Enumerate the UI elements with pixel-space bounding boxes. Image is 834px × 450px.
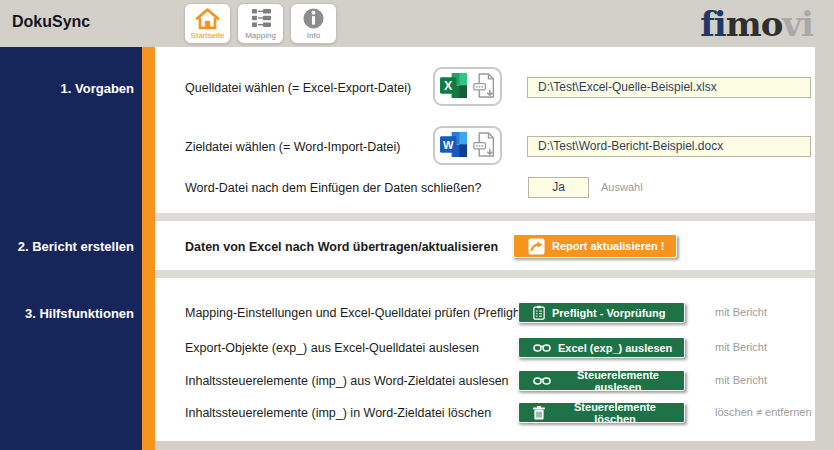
info-icon — [302, 6, 325, 30]
read-excel-button[interactable]: Excel (exp_) auslesen — [518, 337, 685, 358]
file-open-icon — [473, 72, 496, 102]
nav-label: Startseite — [191, 30, 225, 41]
read-controls-button-label: Steuerelemente auslesen — [558, 369, 678, 393]
report-update-button[interactable]: Report aktualisieren ! — [513, 234, 677, 258]
preflight-button[interactable]: Preflight - Vorprüfung — [518, 302, 685, 323]
glasses-icon — [533, 376, 551, 386]
excel-file-picker-button[interactable]: X — [433, 67, 502, 106]
section-divider — [155, 213, 815, 221]
sidebar-section-vorgaben: 1. Vorgaben — [0, 81, 134, 96]
preflight-button-label: Preflight - Vorprüfung — [552, 307, 665, 319]
nav-mapping-button[interactable]: Mapping — [237, 3, 284, 44]
read-controls-button[interactable]: Steuerelemente auslesen — [518, 370, 685, 391]
word-logo-icon: W — [440, 131, 469, 161]
trash-icon — [533, 406, 545, 420]
close-word-label: Word-Datei nach dem Einfügen der Daten s… — [185, 181, 481, 195]
transfer-label: Daten von Excel nach Word übertragen/akt… — [185, 240, 498, 254]
delete-controls-label: Inhaltssteuerelemente (imp_) in Word-Zie… — [185, 406, 491, 420]
excel-logo-icon: X — [440, 72, 469, 102]
nav-label: Info — [307, 30, 320, 41]
read-excel-button-label: Excel (exp_) auslesen — [558, 342, 672, 354]
delete-controls-button[interactable]: Steuerelemente löschen — [518, 402, 685, 423]
preflight-label: Mapping-Einstellungen und Excel-Quelldat… — [185, 306, 528, 320]
target-path-field[interactable]: D:\Test\Word-Bericht-Beispiel.docx — [527, 136, 811, 157]
sidebar-accent-stripe — [142, 47, 155, 450]
app-title: DokuSync — [12, 13, 90, 31]
read-excel-label: Export-Objekte (exp_) aus Excel-Quelldat… — [185, 341, 479, 355]
file-open-icon — [473, 131, 496, 161]
read-controls-label: Inhaltssteuerelemente (imp_) aus Word-Zi… — [185, 374, 509, 388]
svg-text:W: W — [442, 138, 453, 150]
sidebar-section-bericht: 2. Bericht erstellen — [0, 239, 134, 254]
read-controls-hint: mit Bericht — [715, 374, 767, 386]
source-file-label: Quelldatei wählen (= Excel-Export-Datei) — [185, 81, 411, 95]
fimovi-logo: fimovi — [700, 4, 813, 44]
mapping-icon — [249, 6, 273, 30]
source-path-field[interactable]: D:\Test\Excel-Quelle-Beispiel.xlsx — [527, 77, 811, 98]
clipboard-icon — [533, 305, 545, 320]
export-arrow-icon — [528, 238, 545, 255]
nav-info-button[interactable]: Info — [290, 3, 337, 44]
delete-controls-hint: löschen ≠ entfernen — [715, 406, 812, 418]
preflight-hint: mit Bericht — [715, 306, 767, 318]
dokusync-window: DokuSync Startseite — [0, 0, 834, 450]
nav-label: Mapping — [245, 30, 276, 41]
close-word-select[interactable]: Ja — [528, 177, 589, 198]
sidebar-section-hilfsfunktionen: 3. Hilfsfunktionen — [0, 306, 134, 321]
report-update-label: Report aktualisieren ! — [552, 240, 664, 252]
close-word-hint: Auswahl — [601, 181, 643, 193]
delete-controls-button-label: Steuerelemente löschen — [552, 401, 678, 425]
word-file-picker-button[interactable]: W — [433, 126, 502, 165]
target-file-label: Zieldatei wählen (= Word-Import-Datei) — [185, 140, 400, 154]
home-icon — [195, 6, 220, 30]
header-bar: DokuSync Startseite — [0, 0, 834, 47]
glasses-icon — [533, 343, 551, 353]
read-excel-hint: mit Bericht — [715, 341, 767, 353]
section-divider — [155, 270, 815, 278]
svg-text:X: X — [444, 79, 453, 93]
nav-startseite-button[interactable]: Startseite — [184, 3, 231, 44]
